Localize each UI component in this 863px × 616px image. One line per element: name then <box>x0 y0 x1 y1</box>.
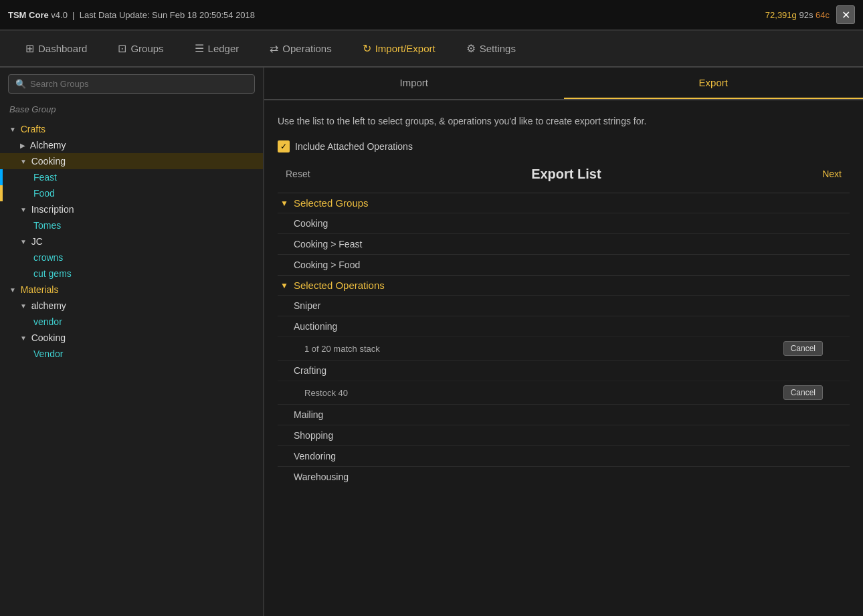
nav-groups[interactable]: ⊡ Groups <box>106 37 175 60</box>
reset-button[interactable]: Reset <box>280 166 316 182</box>
jc-label: JC <box>31 236 43 247</box>
op-shopping: Shopping <box>278 425 850 445</box>
ledger-icon: ☰ <box>195 42 204 55</box>
food-selected-bar <box>0 185 3 201</box>
selected-groups-header: ▼ Selected Groups <box>278 193 850 213</box>
tree-item-crowns[interactable]: crowns <box>0 249 263 266</box>
gold-suffix: g <box>792 10 797 20</box>
silver-amount: 92s <box>799 10 813 20</box>
nav-dashboard[interactable]: ⊞ Dashboard <box>13 37 99 60</box>
mat-cooking-vendor-label: Vendor <box>33 348 63 359</box>
cooking-label: Cooking <box>31 156 66 167</box>
toggle-mat-cooking: ▼ <box>20 334 29 342</box>
nav-import-export[interactable]: ↻ Import/Export <box>351 37 448 60</box>
tree-item-crafts[interactable]: ▼ Crafts <box>0 121 263 137</box>
settings-icon: ⚙ <box>466 42 476 55</box>
main-layout: 🔍 Base Group ▼ Crafts ▶ Alchemy ▼ Cookin… <box>0 68 863 616</box>
data-update: Last Data Update: Sun Feb 18 20:50:54 20… <box>80 10 255 20</box>
op-auctioning-sub: 1 of 20 match stack Cancel <box>278 336 850 360</box>
tree-item-materials[interactable]: ▼ Materials <box>0 282 263 298</box>
tree-item-mat-cooking[interactable]: ▼ Cooking <box>0 330 263 346</box>
feast-label: Feast <box>33 172 57 183</box>
search-icon: 🔍 <box>15 79 26 89</box>
close-button[interactable]: ✕ <box>836 5 855 24</box>
mat-cooking-label: Cooking <box>31 332 66 343</box>
cut-gems-label: cut gems <box>33 268 72 279</box>
selected-operations-label: Selected Operations <box>294 280 385 291</box>
nav-operations-label: Operations <box>282 43 331 54</box>
title-bar: TSM Core v4.0 | Last Data Update: Sun Fe… <box>0 0 863 31</box>
currency-display: 72,391g 92s 64c <box>765 10 830 20</box>
copper-amount: 64c <box>816 10 830 20</box>
selected-operations-arrow: ▼ <box>280 281 288 290</box>
op-crafting: Crafting <box>278 360 850 381</box>
mat-alchemy-label: alchemy <box>31 300 66 311</box>
tab-export[interactable]: Export <box>564 68 864 99</box>
base-group-label: Base Group <box>0 100 263 118</box>
tab-import-label: Import <box>399 77 428 88</box>
group-cooking-feast: Cooking > Feast <box>278 233 850 254</box>
nav-ledger[interactable]: ☰ Ledger <box>183 37 252 60</box>
tree-item-alchemy[interactable]: ▶ Alchemy <box>0 137 263 153</box>
food-label: Food <box>33 188 55 199</box>
crafting-cancel-button[interactable]: Cancel <box>783 385 823 400</box>
group-cooking-food: Cooking > Food <box>278 254 850 275</box>
tab-import[interactable]: Import <box>264 68 564 99</box>
nav-dashboard-label: Dashboard <box>38 43 87 54</box>
inscription-label: Inscription <box>31 204 74 215</box>
nav-ledger-label: Ledger <box>208 43 239 54</box>
toggle-inscription: ▼ <box>20 206 29 213</box>
export-description: Use the list to the left to select group… <box>278 114 850 128</box>
nav-groups-label: Groups <box>130 43 163 54</box>
op-crafting-sub: Restock 40 Cancel <box>278 381 850 404</box>
toggle-alchemy: ▶ <box>20 142 27 149</box>
crafting-sub-label: Restock 40 <box>304 388 348 398</box>
crafts-label: Crafts <box>21 124 45 134</box>
version: v4.0 <box>51 10 68 20</box>
op-auctioning: Auctioning <box>278 316 850 336</box>
tabs: Import Export <box>264 68 863 100</box>
selected-groups-label: Selected Groups <box>294 197 369 209</box>
tab-export-label: Export <box>699 77 728 88</box>
tree-item-tomes[interactable]: Tomes <box>0 217 263 233</box>
tree-item-feast[interactable]: Feast <box>0 169 263 185</box>
include-ops: ✓ Include Attached Operations <box>278 140 850 152</box>
op-warehousing: Warehousing <box>278 466 850 487</box>
nav-settings[interactable]: ⚙ Settings <box>454 37 528 60</box>
tree-item-food[interactable]: Food <box>0 185 263 201</box>
selected-groups-arrow: ▼ <box>280 199 288 208</box>
tree-item-cooking[interactable]: ▼ Cooking <box>0 153 263 169</box>
selected-operations-header: ▼ Selected Operations <box>278 275 850 295</box>
operations-icon: ⇄ <box>270 42 278 55</box>
crowns-label: crowns <box>33 252 63 263</box>
tree-item-cut-gems[interactable]: cut gems <box>0 266 263 282</box>
auctioning-sub-label: 1 of 20 match stack <box>304 344 380 354</box>
alchemy-label: Alchemy <box>30 140 66 150</box>
dashboard-icon: ⊞ <box>25 42 34 55</box>
import-export-icon: ↻ <box>363 42 371 55</box>
toggle-crafts: ▼ <box>9 126 18 133</box>
tree-item-inscription[interactable]: ▼ Inscription <box>0 201 263 217</box>
sidebar: 🔍 Base Group ▼ Crafts ▶ Alchemy ▼ Cookin… <box>0 68 264 616</box>
toggle-cooking: ▼ <box>20 158 29 165</box>
auctioning-cancel-button[interactable]: Cancel <box>783 341 823 356</box>
search-input[interactable] <box>30 79 248 89</box>
tree-item-mat-cooking-vendor[interactable]: Vendor <box>0 346 263 362</box>
groups-icon: ⊡ <box>118 42 126 55</box>
content-area: Import Export Use the list to the left t… <box>264 68 863 616</box>
nav-operations[interactable]: ⇄ Operations <box>258 37 343 60</box>
search-bar[interactable]: 🔍 <box>8 74 255 94</box>
tree-item-mat-alchemy[interactable]: ▼ alchemy <box>0 298 263 314</box>
nav-import-export-label: Import/Export <box>375 43 436 54</box>
tomes-label: Tomes <box>33 220 61 231</box>
tree-container: ▼ Crafts ▶ Alchemy ▼ Cooking Feast Food <box>0 118 263 616</box>
gold-amount: 72,391 <box>765 10 792 20</box>
op-mailing: Mailing <box>278 404 850 425</box>
toggle-jc: ▼ <box>20 238 29 245</box>
include-ops-checkbox[interactable]: ✓ <box>278 140 290 152</box>
tree-item-mat-vendor[interactable]: vendor <box>0 314 263 330</box>
export-content: Use the list to the left to select group… <box>264 100 863 616</box>
app-info: TSM Core v4.0 | Last Data Update: Sun Fe… <box>8 10 255 20</box>
tree-item-jc[interactable]: ▼ JC <box>0 233 263 249</box>
next-button[interactable]: Next <box>817 166 847 182</box>
